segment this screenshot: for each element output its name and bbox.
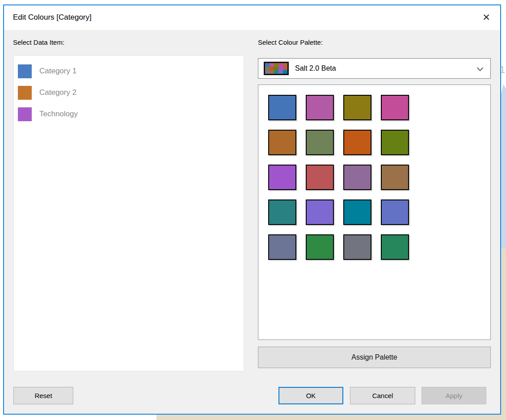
list-item[interactable]: Technology <box>14 103 244 125</box>
palette-swatch[interactable] <box>306 234 334 260</box>
palette-swatch[interactable] <box>343 199 371 225</box>
palette-swatch[interactable] <box>268 234 296 260</box>
palette-dropdown[interactable]: Salt 2.0 Beta <box>258 58 491 79</box>
palette-swatch[interactable] <box>268 165 296 190</box>
palette-swatch[interactable] <box>381 130 409 155</box>
close-icon[interactable]: ✕ <box>479 11 494 24</box>
reset-button[interactable]: Reset <box>13 387 73 404</box>
palette-swatch[interactable] <box>268 95 296 120</box>
item-colour-swatch <box>18 64 32 78</box>
item-colour-swatch <box>18 86 32 100</box>
palette-swatch[interactable] <box>343 95 371 120</box>
palette-swatch[interactable] <box>306 165 334 190</box>
palette-thumbnail-icon <box>264 62 289 75</box>
palette-swatch[interactable] <box>381 234 409 260</box>
item-colour-swatch <box>18 107 32 121</box>
palette-panel <box>258 85 491 340</box>
palette-swatch[interactable] <box>381 95 409 120</box>
palette-swatch-grid <box>268 95 409 260</box>
palette-swatch[interactable] <box>343 165 371 190</box>
assign-palette-button[interactable]: Assign Palette <box>258 347 491 368</box>
edit-colours-dialog: Edit Colours [Category] ✕ Select Data It… <box>3 4 501 415</box>
ok-button[interactable]: OK <box>278 387 343 404</box>
palette-swatch[interactable] <box>306 199 334 225</box>
background-beige-fragment-bottom <box>156 415 506 420</box>
cancel-button[interactable]: Cancel <box>350 387 415 404</box>
dialog-title: Edit Colours [Category] <box>13 13 92 22</box>
palette-swatch[interactable] <box>268 130 296 155</box>
select-colour-palette-label: Select Colour Palette: <box>258 38 323 46</box>
list-item[interactable]: Category 2 <box>14 82 244 103</box>
palette-swatch[interactable] <box>268 199 296 225</box>
palette-swatch[interactable] <box>381 165 409 190</box>
palette-swatch[interactable] <box>343 130 371 155</box>
palette-swatch[interactable] <box>306 130 334 155</box>
apply-button: Apply <box>422 387 486 404</box>
palette-swatch[interactable] <box>306 95 334 120</box>
list-item[interactable]: Category 1 <box>14 60 244 82</box>
select-data-item-label: Select Data Item: <box>13 38 64 46</box>
palette-dropdown-value: Salt 2.0 Beta <box>295 64 336 72</box>
item-label: Category 2 <box>39 88 76 97</box>
palette-swatch[interactable] <box>343 234 371 260</box>
background-chart-fragment <box>501 84 506 248</box>
background-beige-fragment-right <box>501 248 506 420</box>
palette-swatch[interactable] <box>381 199 409 225</box>
chevron-down-icon <box>478 66 483 71</box>
dialog-titlebar[interactable]: Edit Colours [Category] ✕ <box>4 5 500 30</box>
item-label: Technology <box>39 110 78 119</box>
data-item-list: Category 1Category 2Technology <box>13 55 244 371</box>
item-label: Category 1 <box>39 67 76 76</box>
